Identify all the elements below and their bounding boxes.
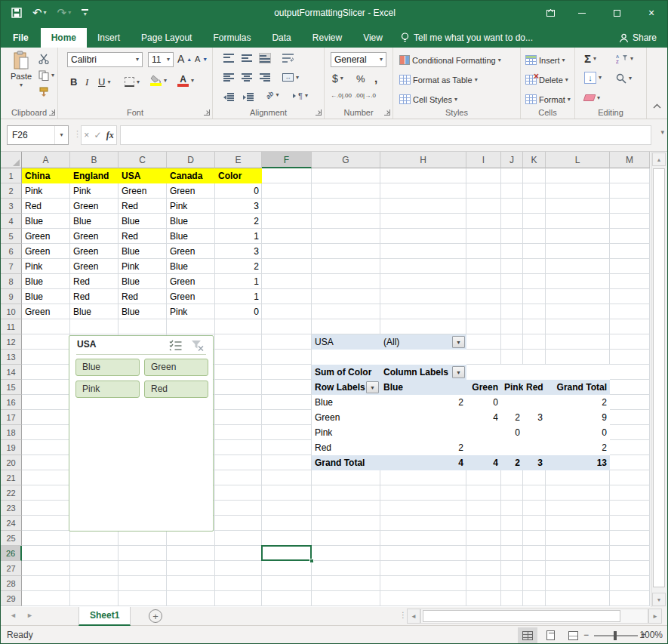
tab-page-layout[interactable]: Page Layout xyxy=(131,28,202,48)
pivot-row-label-red[interactable]: Red xyxy=(312,440,380,455)
next-sheet-button[interactable]: ► xyxy=(26,612,33,619)
alignment-dialog-launcher[interactable] xyxy=(316,109,322,116)
conditional-formatting-button[interactable]: Conditional Formatting▾ xyxy=(399,55,501,65)
slicer-header[interactable]: USA xyxy=(69,336,213,354)
underline-dropdown-icon[interactable]: ▾ xyxy=(107,79,110,85)
row-header-28[interactable]: 28 xyxy=(1,576,22,591)
borders-dropdown-icon[interactable]: ▾ xyxy=(137,79,140,85)
decrease-indent-button[interactable] xyxy=(223,93,234,102)
col-header-K[interactable]: K xyxy=(523,152,546,168)
increase-indent-button[interactable] xyxy=(243,93,254,102)
row-header-18[interactable]: 18 xyxy=(1,425,22,440)
ribbon-display-options-button[interactable] xyxy=(536,1,565,25)
col-header-L[interactable]: L xyxy=(546,152,610,168)
select-all-corner[interactable] xyxy=(1,152,22,168)
col-header-A[interactable]: A xyxy=(22,152,70,168)
cell-C5[interactable]: Red xyxy=(119,229,167,244)
cell-C8[interactable]: Blue xyxy=(119,274,167,289)
cell-A10[interactable]: Green xyxy=(22,304,70,319)
comma-style-button[interactable]: , xyxy=(374,72,377,85)
cell-A8[interactable]: Blue xyxy=(22,274,70,289)
orientation-button[interactable]: ab▾ xyxy=(266,91,279,99)
cell-C1[interactable]: USA xyxy=(119,168,167,183)
expand-formula-bar-icon[interactable]: ▾ xyxy=(660,129,664,136)
col-header-M[interactable]: M xyxy=(610,152,650,168)
pivot-col-header-grand-total[interactable]: Grand Total xyxy=(546,380,610,395)
cell-D2[interactable]: Green xyxy=(167,183,215,199)
previous-sheet-button[interactable]: ◄ xyxy=(10,612,17,619)
cell-B3[interactable]: Green xyxy=(70,199,119,214)
pivot-value[interactable]: 2 xyxy=(546,440,610,455)
italic-button[interactable]: I xyxy=(85,76,88,88)
tab-review[interactable]: Review xyxy=(302,28,352,48)
pivot-grand-total-value[interactable]: 2 xyxy=(501,455,523,470)
tab-formulas[interactable]: Formulas xyxy=(202,28,261,48)
pivot-grand-total-value[interactable]: 13 xyxy=(546,455,610,470)
wrap-text-button[interactable] xyxy=(282,54,294,63)
pivot-value[interactable]: 4 xyxy=(466,410,501,425)
name-box-dropdown[interactable]: ▾ xyxy=(54,126,68,144)
borders-button[interactable]: ▾ xyxy=(125,77,140,87)
cancel-button[interactable]: × xyxy=(84,130,89,140)
shrink-font-button[interactable]: A▼ xyxy=(195,54,208,63)
row-header-2[interactable]: 2 xyxy=(1,183,22,199)
clear-filter-icon[interactable] xyxy=(191,340,204,354)
cell-A4[interactable]: Blue xyxy=(22,214,70,229)
sheet-tab-sheet1[interactable]: Sheet1 xyxy=(78,607,131,626)
row-header-16[interactable]: 16 xyxy=(1,395,22,410)
fill-color-dropdown-icon[interactable]: ▾ xyxy=(164,78,167,84)
cell-B7[interactable]: Green xyxy=(70,259,119,274)
top-align-button[interactable] xyxy=(223,54,234,63)
pivot-value[interactable]: 2 xyxy=(501,410,523,425)
row-header-8[interactable]: 8 xyxy=(1,274,22,289)
font-name-combo[interactable]: Calibri▾ xyxy=(67,52,143,67)
zoom-out-button[interactable]: − xyxy=(583,630,589,640)
pivot-value[interactable]: 0 xyxy=(466,395,501,410)
format-dropdown-icon[interactable]: ▾ xyxy=(568,97,571,103)
grow-font-button[interactable]: A▲ xyxy=(177,53,192,65)
cell-D7[interactable]: Blue xyxy=(167,259,215,274)
cell-D10[interactable]: Pink xyxy=(167,304,215,319)
slicer-button-blue[interactable]: Blue xyxy=(75,359,140,376)
row-header-25[interactable]: 25 xyxy=(1,531,22,546)
clear-dropdown-icon[interactable]: ▾ xyxy=(597,95,600,101)
text-direction-dropdown-icon[interactable]: ▾ xyxy=(305,93,308,99)
middle-align-button[interactable] xyxy=(242,54,252,63)
tab-view[interactable]: View xyxy=(352,28,393,48)
pivot-grand-total-value[interactable]: 4 xyxy=(466,455,501,470)
page-break-view-button[interactable] xyxy=(563,627,583,643)
number-format-dropdown-icon[interactable]: ▾ xyxy=(380,57,383,63)
clear-button[interactable]: ▾ xyxy=(584,94,600,101)
row-header-7[interactable]: 7 xyxy=(1,259,22,274)
cell-E10[interactable]: 0 xyxy=(215,304,262,319)
cell-E5[interactable]: 1 xyxy=(215,229,262,244)
row-header-27[interactable]: 27 xyxy=(1,561,22,576)
pivot-grand-total-value[interactable]: 4 xyxy=(380,455,466,470)
font-dialog-launcher[interactable] xyxy=(204,109,210,116)
col-header-E[interactable]: E xyxy=(215,152,262,168)
pivot-value[interactable]: 2 xyxy=(546,395,610,410)
active-cell-fill-handle[interactable] xyxy=(309,559,314,563)
pivot-value[interactable]: 2 xyxy=(380,395,466,410)
col-header-B[interactable]: B xyxy=(70,152,119,168)
pivot-column-labels-dropdown[interactable]: ▼ xyxy=(452,366,465,378)
cell-E1[interactable]: Color xyxy=(215,168,262,183)
cell-styles-dropdown-icon[interactable]: ▾ xyxy=(454,97,457,103)
scroll-right-button[interactable]: ► xyxy=(648,609,662,624)
cell-E2[interactable]: 0 xyxy=(215,183,262,199)
cell-B5[interactable]: Green xyxy=(70,229,119,244)
clipboard-dialog-launcher[interactable] xyxy=(49,109,55,116)
font-size-combo[interactable]: 11▾ xyxy=(148,52,174,67)
row-header-26[interactable]: 26 xyxy=(1,546,22,561)
accounting-format-button[interactable]: $▾ xyxy=(332,72,343,85)
new-sheet-button[interactable]: + xyxy=(149,609,162,623)
pivot-col-header-red[interactable]: Red xyxy=(523,380,546,395)
row-header-6[interactable]: 6 xyxy=(1,244,22,259)
row-header-14[interactable]: 14 xyxy=(1,365,22,380)
col-header-H[interactable]: H xyxy=(380,152,466,168)
cell-A6[interactable]: Green xyxy=(22,244,70,259)
tab-insert[interactable]: Insert xyxy=(87,28,131,48)
row-header-4[interactable]: 4 xyxy=(1,214,22,229)
cell-D6[interactable]: Green xyxy=(167,244,215,259)
slicer-button-red[interactable]: Red xyxy=(144,381,208,398)
